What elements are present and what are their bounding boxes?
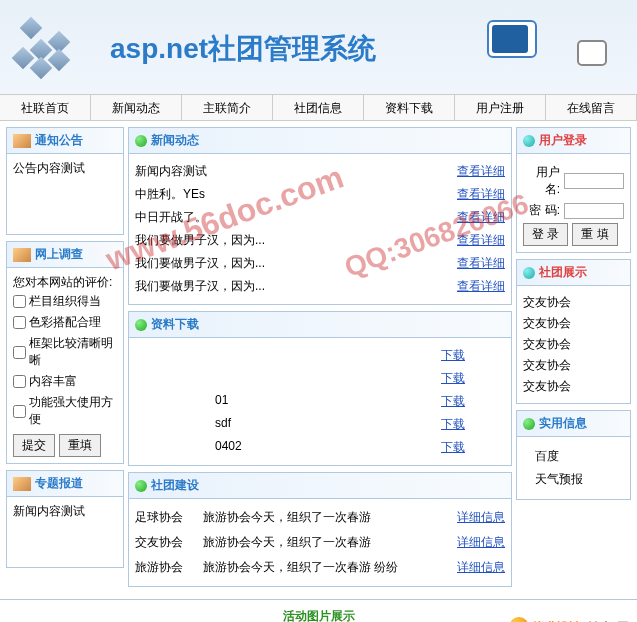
arrow-icon — [523, 135, 535, 147]
nav-download[interactable]: 资料下载 — [364, 95, 455, 120]
show-item[interactable]: 交友协会 — [523, 313, 624, 334]
survey-title: 网上调查 — [35, 246, 83, 263]
tv-icon — [487, 20, 547, 70]
club-detail-link[interactable]: 详细信息 — [457, 534, 505, 551]
club-name: 交友协会 — [135, 534, 195, 551]
news-item-text: 新闻内容测试 — [135, 163, 207, 180]
news-detail-link[interactable]: 查看详细 — [457, 163, 505, 180]
survey-question: 您对本网站的评价: — [13, 274, 117, 291]
arrow-icon — [135, 319, 147, 331]
news-panel: 新闻动态 新闻内容测试查看详细 中胜利。YEs查看详细 中日开战了。查看详细 我… — [128, 127, 512, 305]
info-title: 实用信息 — [539, 415, 587, 432]
info-link[interactable]: 天气预报 — [535, 468, 630, 491]
news-item-text: 中日开战了。 — [135, 209, 207, 226]
show-title: 社团展示 — [539, 264, 587, 281]
download-link[interactable]: 下载 — [441, 370, 465, 387]
login-panel: 用户登录 用户名: 密 码: 登 录 重 填 — [516, 127, 631, 253]
club-desc: 旅游协会今天，组织了一次春游 纷纷 — [203, 559, 449, 576]
dl-item-text: 01 — [215, 393, 228, 410]
dl-item-text: 0402 — [215, 439, 242, 456]
sun-icon — [509, 617, 529, 622]
news-detail-link[interactable]: 查看详细 — [457, 209, 505, 226]
download-link[interactable]: 下载 — [441, 439, 465, 456]
survey-icon — [13, 248, 31, 262]
login-reset-button[interactable]: 重 填 — [572, 223, 617, 246]
password-input[interactable] — [564, 203, 624, 219]
nav-home[interactable]: 社联首页 — [0, 95, 91, 120]
survey-panel: 网上调查 您对本网站的评价: 栏目组织得当 色彩搭配合理 框架比较清晰明晰 内容… — [6, 241, 124, 464]
special-content: 新闻内容测试 — [7, 497, 123, 567]
news-item-text: 我们要做男子汉，因为... — [135, 232, 265, 249]
club-title: 社团建设 — [151, 477, 199, 494]
survey-submit-button[interactable]: 提交 — [13, 434, 55, 457]
notice-title: 通知公告 — [35, 132, 83, 149]
arrow-icon — [523, 267, 535, 279]
notice-content: 公告内容测试 — [7, 154, 123, 234]
show-panel: 社团展示 交友协会 交友协会 交友协会 交友协会 交友协会 — [516, 259, 631, 404]
club-desc: 旅游协会今天，组织了一次春游 — [203, 509, 449, 526]
news-item-text: 我们要做男子汉，因为... — [135, 255, 265, 272]
download-link[interactable]: 下载 — [441, 416, 465, 433]
news-detail-link[interactable]: 查看详细 — [457, 255, 505, 272]
robot-icon — [577, 40, 617, 80]
survey-opt-2[interactable] — [13, 346, 26, 359]
dl-item-text: sdf — [215, 416, 231, 433]
news-title: 新闻动态 — [151, 132, 199, 149]
info-link[interactable]: 百度 — [535, 445, 630, 468]
password-label: 密 码: — [523, 202, 560, 219]
survey-opt-3[interactable] — [13, 375, 26, 388]
arrow-icon — [523, 418, 535, 430]
arrow-icon — [135, 480, 147, 492]
news-detail-link[interactable]: 查看详细 — [457, 186, 505, 203]
special-title: 专题报道 — [35, 475, 83, 492]
username-input[interactable] — [564, 173, 624, 189]
show-item[interactable]: 交友协会 — [523, 355, 624, 376]
notice-icon — [13, 134, 31, 148]
site-title: asp.net社团管理系统 — [110, 30, 376, 68]
footer-brand1: 毕业设计 — [533, 619, 581, 623]
footer-brand2: (论文)网 — [585, 619, 629, 623]
club-detail-link[interactable]: 详细信息 — [457, 509, 505, 526]
nav-clubs[interactable]: 社团信息 — [273, 95, 364, 120]
download-title: 资料下载 — [151, 316, 199, 333]
show-item[interactable]: 交友协会 — [523, 292, 624, 313]
arrow-icon — [135, 135, 147, 147]
show-item[interactable]: 交友协会 — [523, 376, 624, 397]
show-item[interactable]: 交友协会 — [523, 334, 624, 355]
news-detail-link[interactable]: 查看详细 — [457, 232, 505, 249]
info-panel: 实用信息 百度 天气预报 — [516, 410, 631, 500]
login-button[interactable]: 登 录 — [523, 223, 568, 246]
special-panel: 专题报道 新闻内容测试 — [6, 470, 124, 568]
survey-opt-1[interactable] — [13, 316, 26, 329]
main-nav: 社联首页 新闻动态 主联简介 社团信息 资料下载 用户注册 在线留言 — [0, 95, 637, 121]
news-item-text: 中胜利。YEs — [135, 186, 205, 203]
nav-news[interactable]: 新闻动态 — [91, 95, 182, 120]
download-link[interactable]: 下载 — [441, 347, 465, 364]
nav-about[interactable]: 主联简介 — [182, 95, 273, 120]
footer-brand: 毕业设计 (论文)网 — [509, 617, 629, 622]
club-desc: 旅游协会今天，组织了一次春游 — [203, 534, 449, 551]
club-panel: 社团建设 足球协会旅游协会今天，组织了一次春游详细信息 交友协会旅游协会今天，组… — [128, 472, 512, 587]
survey-opt-4[interactable] — [13, 405, 26, 418]
nav-register[interactable]: 用户注册 — [455, 95, 546, 120]
nav-guestbook[interactable]: 在线留言 — [546, 95, 637, 120]
logo-cubes-icon — [5, 10, 80, 85]
club-name: 旅游协会 — [135, 559, 195, 576]
survey-opt-0[interactable] — [13, 295, 26, 308]
club-detail-link[interactable]: 详细信息 — [457, 559, 505, 576]
survey-reset-button[interactable]: 重填 — [59, 434, 101, 457]
notice-panel: 通知公告 公告内容测试 — [6, 127, 124, 235]
news-detail-link[interactable]: 查看详细 — [457, 278, 505, 295]
login-title: 用户登录 — [539, 132, 587, 149]
club-name: 足球协会 — [135, 509, 195, 526]
download-link[interactable]: 下载 — [441, 393, 465, 410]
username-label: 用户名: — [523, 164, 560, 198]
special-icon — [13, 477, 31, 491]
header-banner: asp.net社团管理系统 — [0, 0, 637, 95]
news-item-text: 我们要做男子汉，因为... — [135, 278, 265, 295]
download-panel: 资料下载 下载 下载 01下载 sdf下载 0402下载 — [128, 311, 512, 466]
